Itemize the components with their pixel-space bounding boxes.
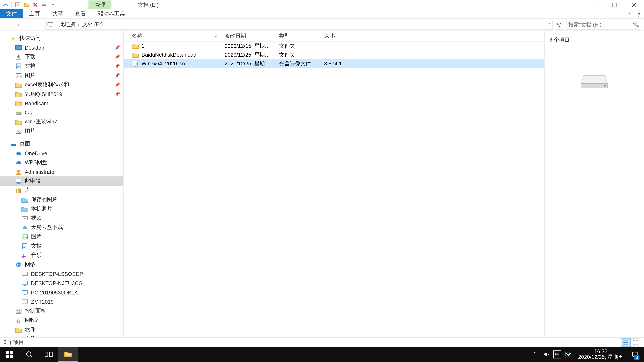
nav-desktop-root[interactable]: ▬桌面 (0, 139, 124, 148)
folder-icon (15, 118, 22, 125)
svg-rect-17 (18, 188, 19, 192)
nav-child-item[interactable]: 音乐 (0, 251, 124, 260)
wps-icon (15, 159, 22, 166)
taskbar-app-explorer[interactable] (58, 347, 78, 362)
desktop-icon (15, 44, 22, 51)
nav-quick-item[interactable]: 下载📌 (0, 52, 124, 61)
nav-child-item[interactable]: 图片 (0, 232, 124, 241)
column-type[interactable]: 类型 (276, 31, 321, 41)
column-size[interactable]: 大小 (321, 31, 352, 41)
minimize-button[interactable] (584, 0, 604, 10)
status-bar: 3 个项目 (0, 337, 644, 347)
tray-overflow-icon[interactable]: ˄ (530, 347, 539, 362)
nav-quick-item[interactable]: win7重装win7 (0, 117, 124, 126)
start-button[interactable] (0, 347, 20, 362)
back-button[interactable]: ← (3, 20, 12, 29)
folder-icon (15, 81, 22, 88)
forward-button[interactable]: → (13, 20, 22, 29)
nav-child-item[interactable]: 本机照片 (0, 204, 124, 213)
nav-quick-item[interactable]: G:\ (0, 108, 124, 117)
file-name: Win7x64_2020.iso (142, 60, 185, 67)
qat-app-icon[interactable] (2, 1, 10, 9)
breadcrumb-bar[interactable]: › 此电脑 › 文档 (E:) › ˅ (45, 19, 553, 29)
help-icon[interactable]: ? (634, 12, 644, 18)
recent-dropdown-icon[interactable]: ˅ (24, 20, 33, 29)
nav-child-item[interactable]: ZMT2019 (0, 297, 124, 306)
nav-quick-item[interactable]: Bandicam (0, 98, 124, 108)
tray-app-icon[interactable] (564, 347, 573, 362)
qat-delete-icon[interactable] (31, 1, 39, 9)
nav-quick-item[interactable]: excel表格制作求和📌 (0, 80, 124, 89)
nav-quick-item[interactable]: YUNQISHI2019📌 (0, 89, 124, 98)
nav-child-item[interactable]: DESKTOP-LSSOEDP (0, 269, 124, 278)
nav-child-item[interactable]: PC-20190530OBLA (0, 288, 124, 297)
tab-home[interactable]: 主页 (23, 9, 46, 18)
qat-properties-icon[interactable] (14, 1, 22, 9)
svg-rect-26 (22, 281, 28, 284)
nav-desktop-item[interactable]: 回收站 (0, 316, 124, 325)
nav-child-item[interactable]: 文档 (0, 241, 124, 251)
thumbnails-view-button[interactable] (630, 338, 640, 347)
column-date[interactable]: 修改日期 (221, 31, 276, 41)
taskbar-search-button[interactable] (20, 347, 39, 362)
crumb-pc[interactable]: 此电脑 (58, 21, 76, 28)
address-dropdown-icon[interactable]: ˅ (548, 22, 550, 27)
task-view-button[interactable] (39, 347, 58, 362)
tab-share[interactable]: 共享 (46, 9, 69, 18)
nav-child-item[interactable]: DESKTOP-NJEU3CG (0, 278, 124, 288)
nav-desktop-item[interactable]: 文件 (0, 334, 124, 337)
nav-item-label: WPS网盘 (25, 159, 48, 166)
nav-desktop-item[interactable]: 库 (0, 186, 124, 195)
cloud-icon (21, 224, 28, 231)
crumb-drive[interactable]: 文档 (E:) (81, 21, 104, 28)
details-view-button[interactable] (621, 338, 630, 347)
file-row[interactable]: 1 2020/12/15, 星期二 1... 文件夹 (124, 41, 544, 50)
column-name[interactable]: 名称▲ (124, 31, 221, 41)
svg-rect-4 (16, 45, 22, 49)
action-center-button[interactable]: 3 (629, 347, 641, 362)
qat-rename-icon[interactable]: ═ (40, 1, 48, 9)
chevron-right-icon[interactable]: › (78, 22, 80, 27)
taskbar-clock[interactable]: 16:32 2020/12/25, 星期五 (576, 349, 626, 360)
qat-new-folder-icon[interactable] (22, 1, 30, 9)
tab-drive-tools[interactable]: 驱动器工具 (92, 9, 131, 18)
tab-file[interactable]: 文件 (0, 9, 23, 18)
ribbon-collapse-icon[interactable]: ˅ (624, 12, 634, 18)
nav-desktop-item[interactable]: WPS网盘 (0, 158, 124, 167)
navigation-pane[interactable]: ★快速访问 Desktop📌下载📌文档📌图片📌excel表格制作求和📌YUNQI… (0, 31, 124, 337)
nav-desktop-item[interactable]: 控制面板 (0, 306, 124, 316)
file-date: 2020/12/25, 星期五 1... (221, 60, 276, 67)
nav-quick-access[interactable]: ★快速访问 (0, 33, 124, 43)
ime-indicator[interactable]: 中 (554, 351, 561, 358)
nav-child-item[interactable]: 保存的图片 (0, 195, 124, 204)
chevron-right-icon[interactable]: › (106, 22, 107, 27)
nav-child-item[interactable]: 天翼云盘下载 (0, 223, 124, 232)
qat-dropdown-icon[interactable]: ▾ (49, 1, 57, 9)
svg-rect-14 (16, 179, 21, 182)
nav-desktop-item[interactable]: Administrator (0, 167, 124, 176)
close-button[interactable] (624, 0, 644, 10)
svg-rect-24 (22, 272, 28, 275)
nav-quick-item[interactable]: 图片 (0, 126, 124, 136)
up-button[interactable]: ↑ (34, 20, 44, 29)
maximize-button[interactable] (604, 0, 624, 10)
refresh-button[interactable] (554, 19, 564, 29)
file-row[interactable]: BaiduNetdiskDownload 2020/12/25, 星期五 1..… (124, 50, 544, 59)
volume-icon[interactable] (542, 347, 551, 362)
chevron-right-icon[interactable]: › (55, 22, 57, 27)
file-row[interactable]: Win7x64_2020.iso 2020/12/25, 星期五 1... 光盘… (124, 59, 544, 68)
nav-desktop-item[interactable]: OneDrive (0, 148, 124, 158)
context-tab-manage[interactable]: 管理 (88, 0, 111, 9)
search-box[interactable]: 🔍 (566, 19, 641, 29)
nav-desktop-item[interactable]: 此电脑 (0, 176, 124, 186)
tab-view[interactable]: 查看 (69, 9, 92, 18)
nav-child-item[interactable]: 视频 (0, 214, 124, 223)
nav-quick-item[interactable]: 图片📌 (0, 71, 124, 80)
search-icon[interactable]: 🔍 (633, 22, 639, 27)
nav-desktop-item[interactable]: 网络 (0, 260, 124, 269)
svg-point-34 (19, 310, 20, 310)
nav-quick-item[interactable]: 文档📌 (0, 61, 124, 71)
nav-quick-item[interactable]: Desktop📌 (0, 43, 124, 52)
search-input[interactable] (568, 21, 639, 28)
nav-desktop-item[interactable]: 软件 (0, 325, 124, 334)
